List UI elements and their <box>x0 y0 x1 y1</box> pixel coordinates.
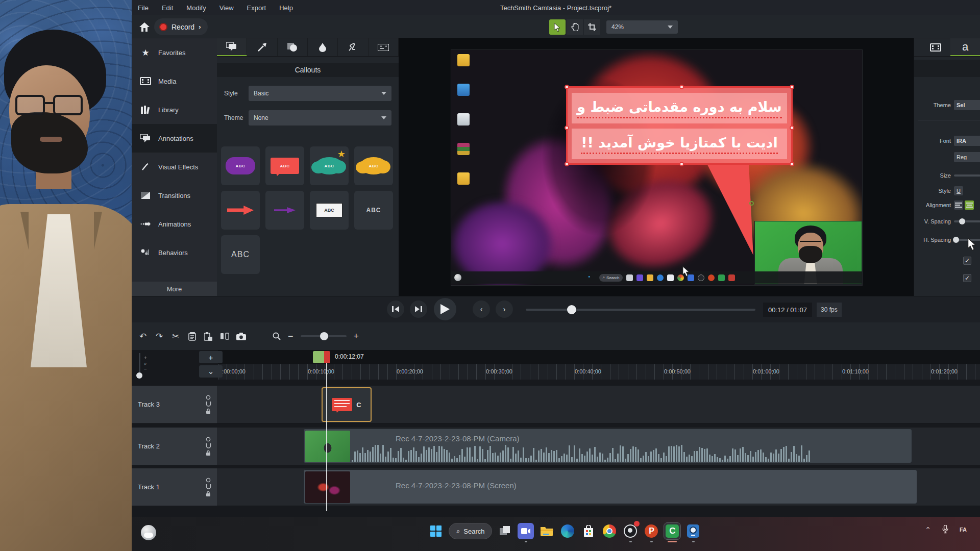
video-preview-stage[interactable]: سلام به دوره مقدماتی ضبط و ادیت با کمتاز… <box>451 49 863 286</box>
theme-dropdown[interactable]: None <box>249 110 391 126</box>
collapse-tracks-button[interactable]: ⌄ <box>199 365 223 378</box>
microphone-icon[interactable] <box>942 525 948 534</box>
align-left-button[interactable] <box>954 201 963 210</box>
tab-sketch-motion[interactable] <box>338 38 368 56</box>
powerpoint-button[interactable]: P <box>643 523 659 539</box>
menu-view[interactable]: View <box>219 4 234 12</box>
canvas-zoom-dropdown[interactable]: 42% <box>606 20 678 34</box>
track-3-body[interactable]: C <box>217 386 980 423</box>
play-button[interactable] <box>434 298 456 320</box>
style-dropdown[interactable]: Basic <box>249 86 391 101</box>
next-clip-button[interactable]: › <box>496 300 513 318</box>
undo-button[interactable]: ↶ <box>135 329 151 344</box>
toggle-icon[interactable] <box>206 478 211 483</box>
winrar-icon[interactable] <box>457 143 470 155</box>
sidebar-item-animations[interactable]: Animations <box>132 210 217 238</box>
record-button[interactable]: Record › <box>154 18 208 35</box>
loop-icon[interactable] <box>206 443 211 448</box>
timeline-zoom-knob[interactable] <box>320 332 328 340</box>
track-2-header[interactable]: Track 2 <box>132 428 217 465</box>
this-pc-icon[interactable] <box>457 84 470 96</box>
tab-arrows[interactable] <box>247 38 277 56</box>
playhead-marker[interactable] <box>313 351 331 363</box>
size-slider[interactable] <box>954 174 980 177</box>
task-view-button[interactable] <box>497 523 513 539</box>
lock-icon[interactable] <box>206 450 211 456</box>
selection-handle[interactable] <box>679 162 684 166</box>
edge-button[interactable] <box>559 523 576 539</box>
menu-modify[interactable]: Modify <box>186 4 206 12</box>
next-frame-button[interactable] <box>410 300 427 318</box>
home-button[interactable] <box>137 19 152 35</box>
sidebar-item-favorites[interactable]: ★ Favorites <box>132 38 217 67</box>
tab-keystroke[interactable] <box>369 38 399 56</box>
track-1-body[interactable]: Rec 4-7-2023-2-23-08-PM (Screen) <box>217 468 980 506</box>
v-spacing-slider[interactable] <box>954 220 980 222</box>
prop-theme-value[interactable]: Sel <box>954 100 980 110</box>
tray-chevron-icon[interactable]: ⌃ <box>925 525 931 534</box>
crop-tool-button[interactable] <box>584 19 600 35</box>
lock-icon[interactable] <box>206 491 211 496</box>
tab-media-properties[interactable] <box>921 38 950 56</box>
option-checkbox-2[interactable]: ✓ <box>963 274 971 282</box>
menu-edit[interactable]: Edit <box>162 4 173 12</box>
snapshot-button[interactable] <box>233 329 249 344</box>
split-button[interactable] <box>216 329 233 344</box>
sidebar-item-behaviors[interactable]: Behaviors <box>132 238 217 267</box>
camera-clip[interactable]: Rec 4-7-2023-2-23-08-PM (Camera) <box>303 429 912 463</box>
webcam-app-button[interactable] <box>685 523 701 539</box>
playhead-line[interactable] <box>326 352 327 511</box>
scrubber-knob[interactable] <box>567 305 576 314</box>
playback-scrubber[interactable] <box>526 309 755 311</box>
sidebar-item-library[interactable]: Library <box>132 95 217 124</box>
previous-frame-button[interactable] <box>387 300 404 318</box>
previous-clip-button[interactable]: ‹ <box>473 300 490 318</box>
folder-icon[interactable] <box>457 172 470 185</box>
copy-button[interactable] <box>184 329 200 344</box>
selected-callout[interactable]: سلام به دوره مقدماتی ضبط و ادیت با کمتاز… <box>566 86 793 165</box>
pan-tool-button[interactable] <box>567 19 583 35</box>
callout-tile-plain-text[interactable]: ABC <box>354 191 393 230</box>
timeline-zoom-slider[interactable] <box>301 335 347 337</box>
callout-tile-red-speech[interactable]: ABC <box>265 146 304 185</box>
file-explorer-button[interactable] <box>538 523 555 539</box>
track-height-knob[interactable] <box>136 372 142 379</box>
sidebar-item-visual-effects[interactable]: Visual Effects <box>132 153 217 181</box>
tail-endpoint-handle[interactable] <box>749 201 754 206</box>
callout-tile-white-box[interactable]: ABC <box>310 191 349 230</box>
start-button[interactable] <box>428 523 444 539</box>
option-checkbox-1[interactable]: ✓ <box>963 257 971 265</box>
prop-font-value[interactable]: IRA <box>954 136 980 146</box>
sidebar-item-annotations[interactable]: Annotations <box>132 124 217 153</box>
track-3-header[interactable]: Track 3 <box>132 386 217 423</box>
menu-help[interactable]: Help <box>279 4 293 12</box>
recycle-bin-icon[interactable] <box>457 113 470 126</box>
playhead-lane[interactable] <box>218 350 980 364</box>
zoom-in-button[interactable]: + <box>354 331 359 342</box>
user-folder-icon[interactable] <box>457 54 470 66</box>
loop-icon[interactable] <box>206 402 211 407</box>
lock-icon[interactable] <box>206 408 211 414</box>
taskbar-search[interactable]: ⌕ Search <box>449 523 492 539</box>
toggle-icon[interactable] <box>206 395 211 400</box>
callout-tile-red-arrow[interactable] <box>221 191 260 230</box>
microsoft-store-button[interactable] <box>580 523 597 539</box>
prop-font-weight-value[interactable]: Reg <box>954 152 980 162</box>
track-2-body[interactable]: Rec 4-7-2023-2-23-08-PM (Camera) <box>217 428 980 465</box>
toggle-icon[interactable] <box>206 437 211 442</box>
menu-file[interactable]: File <box>138 4 149 12</box>
paste-button[interactable] <box>200 329 216 344</box>
add-track-button[interactable]: + <box>199 351 223 363</box>
callout-tile-teal-cloud[interactable]: ★ ABC <box>310 146 349 185</box>
sidebar-item-media[interactable]: Media <box>132 67 217 95</box>
callout-tile-purple-arrow[interactable] <box>265 191 304 230</box>
tab-shapes[interactable] <box>278 38 308 56</box>
playhead-in-handle[interactable] <box>313 351 324 363</box>
selection-handle[interactable] <box>565 85 569 89</box>
obs-button[interactable] <box>622 523 639 539</box>
select-tool-button[interactable] <box>549 19 566 35</box>
language-indicator[interactable]: FA <box>960 527 967 533</box>
sidebar-more-button[interactable]: More <box>132 282 217 296</box>
playhead-out-handle[interactable] <box>324 351 330 363</box>
weather-widget-icon[interactable] <box>141 525 156 540</box>
